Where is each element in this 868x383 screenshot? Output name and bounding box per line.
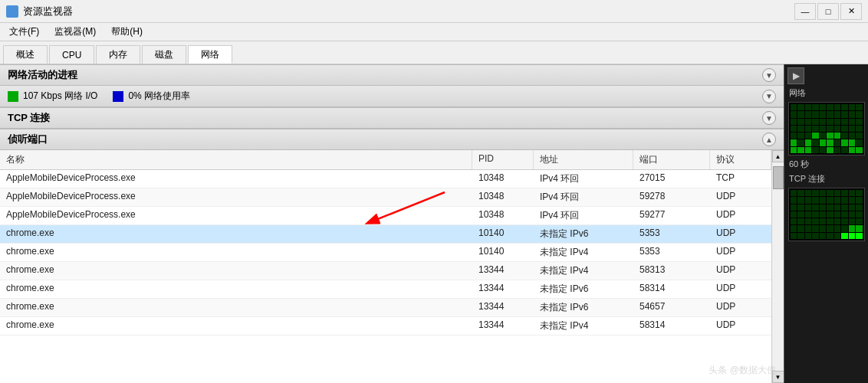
menu-help[interactable]: 帮助(H) (105, 24, 149, 40)
listen-ports-chevron[interactable]: ▲ (762, 133, 776, 146)
blue-indicator-icon (113, 91, 123, 102)
cell-pid: 10140 (472, 225, 534, 243)
expand-button[interactable]: ▶ (787, 67, 804, 84)
network-stat-usage: 0% 网络使用率 (113, 90, 190, 103)
cell-port: 59277 (633, 207, 710, 224)
cell-protocol: TCP (710, 170, 771, 188)
app-icon (6, 5, 18, 18)
cell-port: 58313 (633, 262, 710, 280)
cell-name: chrome.exe (0, 244, 472, 261)
table-row[interactable]: chrome.exe 13344 未指定 IPv6 58314 UDP (0, 280, 771, 299)
table-container: 名称 PID 地址 端口 协议 AppleMobileDeviceProcess… (0, 150, 784, 383)
table-row[interactable]: chrome.exe 10140 未指定 IPv4 5353 UDP (0, 244, 771, 262)
menu-file[interactable]: 文件(F) (3, 24, 45, 40)
cell-protocol: UDP (710, 225, 771, 243)
cell-pid: 10140 (472, 244, 534, 261)
app-title: 资源监视器 (23, 5, 73, 18)
menu-monitor[interactable]: 监视器(M) (48, 24, 102, 40)
network-usage-text: 0% 网络使用率 (128, 90, 190, 103)
listen-section: 侦听端口 ▲ 名称 PID 地址 端口 协议 AppleMobileDevic (0, 129, 784, 383)
cell-protocol: UDP (710, 299, 771, 316)
cell-port: 58314 (633, 317, 710, 335)
cell-name: AppleMobileDeviceProcess.exe (0, 207, 472, 224)
cell-address: 未指定 IPv6 (534, 225, 633, 243)
col-header-address[interactable]: 地址 (534, 150, 633, 169)
cell-protocol: UDP (710, 244, 771, 261)
tcp-mini-graph (788, 188, 865, 241)
left-panel: 网络活动的进程 ▼ 107 Kbps 网络 I/O 0% 网络使用率 ▼ (0, 64, 784, 383)
tab-memory[interactable]: 内存 (96, 45, 140, 64)
table-row[interactable]: AppleMobileDeviceProcess.exe 10348 IPv4 … (0, 170, 771, 188)
vertical-scrollbar[interactable]: ▲ ▼ (771, 150, 784, 383)
cell-address: 未指定 IPv4 (534, 262, 633, 280)
cell-protocol: UDP (710, 207, 771, 224)
network-processes-title: 网络活动的进程 (8, 68, 77, 82)
tab-disk[interactable]: 磁盘 (142, 45, 186, 64)
tab-bar: 概述 CPU 内存 磁盘 网络 (0, 41, 868, 64)
cell-protocol: UDP (710, 317, 771, 335)
tab-cpu[interactable]: CPU (49, 45, 94, 64)
cell-name: chrome.exe (0, 299, 472, 316)
cell-name: chrome.exe (0, 262, 472, 280)
tab-network[interactable]: 网络 (188, 45, 232, 64)
table-header: 名称 PID 地址 端口 协议 (0, 150, 771, 170)
tab-overview[interactable]: 概述 (3, 45, 48, 64)
window-controls: — □ ✕ (794, 3, 862, 20)
cell-pid: 13344 (472, 262, 534, 280)
cell-pid: 10348 (472, 207, 534, 224)
scroll-down-button[interactable]: ▼ (772, 371, 784, 383)
tcp-connections-chevron[interactable]: ▼ (762, 111, 776, 125)
cell-address: 未指定 IPv6 (534, 299, 633, 316)
network-stat-io: 107 Kbps 网络 I/O (8, 90, 97, 103)
graph-60s-label: 60 秒 (789, 159, 809, 170)
minimize-button[interactable]: — (794, 3, 816, 20)
cell-protocol: UDP (710, 188, 771, 206)
col-header-protocol[interactable]: 协议 (710, 150, 771, 169)
table-row[interactable]: AppleMobileDeviceProcess.exe 10348 IPv4 … (0, 188, 771, 207)
close-button[interactable]: ✕ (840, 3, 862, 20)
cell-pid: 13344 (472, 299, 534, 316)
cell-port: 54657 (633, 299, 710, 316)
cell-address: IPv4 环回 (534, 188, 633, 206)
col-header-pid[interactable]: PID (472, 150, 534, 169)
scroll-up-button[interactable]: ▲ (772, 150, 784, 162)
cell-port: 58314 (633, 280, 710, 298)
table-area: 名称 PID 地址 端口 协议 AppleMobileDeviceProcess… (0, 150, 771, 383)
network-processes-header[interactable]: 网络活动的进程 ▼ (0, 64, 784, 86)
cell-pid: 10348 (472, 188, 534, 206)
cell-protocol: UDP (710, 262, 771, 280)
table-row[interactable]: chrome.exe 10140 未指定 IPv6 5353 UDP (0, 225, 771, 244)
table-row[interactable]: chrome.exe 13344 未指定 IPv6 54657 UDP (0, 299, 771, 317)
cell-pid: 13344 (472, 280, 534, 298)
table-row[interactable]: chrome.exe 13344 未指定 IPv4 58314 UDP (0, 317, 771, 336)
listen-ports-title: 侦听端口 (8, 133, 48, 146)
cell-port: 5353 (633, 244, 710, 261)
title-bar: 资源监视器 — □ ✕ (0, 0, 868, 23)
cell-port: 5353 (633, 225, 710, 243)
cell-name: AppleMobileDeviceProcess.exe (0, 188, 472, 206)
network-processes-chevron[interactable]: ▼ (762, 68, 776, 82)
table-body: AppleMobileDeviceProcess.exe 10348 IPv4 … (0, 170, 771, 336)
col-header-port[interactable]: 端口 (633, 150, 710, 169)
cell-name: chrome.exe (0, 225, 472, 243)
tcp-connections-title: TCP 连接 (8, 111, 50, 125)
network-activity-chevron[interactable]: ▼ (762, 90, 776, 103)
cell-pid: 10348 (472, 170, 534, 188)
scroll-thumb[interactable] (773, 166, 784, 189)
cell-address: IPv4 环回 (534, 207, 633, 224)
cell-address: 未指定 IPv6 (534, 280, 633, 298)
menu-bar: 文件(F) 监视器(M) 帮助(H) (0, 23, 868, 41)
scroll-track[interactable] (772, 162, 784, 371)
right-panel: ▶ 网络 60 秒 TCP 连接 (784, 64, 868, 383)
table-row[interactable]: chrome.exe 13344 未指定 IPv4 58313 UDP (0, 262, 771, 280)
col-header-name[interactable]: 名称 (0, 150, 472, 169)
listen-ports-header[interactable]: 侦听端口 ▲ (0, 129, 784, 150)
network-io-text: 107 Kbps 网络 I/O (23, 90, 97, 103)
tcp-connections-header[interactable]: TCP 连接 ▼ (0, 107, 784, 129)
svg-rect-0 (8, 91, 18, 102)
cell-pid: 13344 (472, 317, 534, 335)
table-row[interactable]: AppleMobileDeviceProcess.exe 10348 IPv4 … (0, 207, 771, 225)
cell-protocol: UDP (710, 280, 771, 298)
maximize-button[interactable]: □ (817, 3, 839, 20)
green-indicator-icon (8, 91, 18, 102)
